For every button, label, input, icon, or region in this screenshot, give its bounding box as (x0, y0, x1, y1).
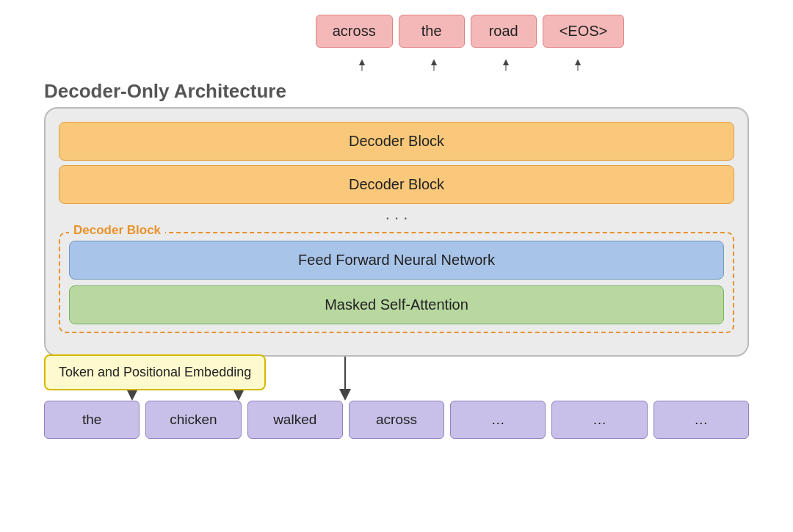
arch-title: Decoder-Only Architecture (44, 80, 286, 103)
input-tokens-row: the chicken walked across … … … (44, 401, 749, 439)
arch-box: Decoder Block Decoder Block · · · Decode… (44, 107, 749, 357)
decoder-block-bar-1: Decoder Block (59, 122, 734, 161)
diagram-container: across the road <EOS> (0, 0, 793, 532)
output-tokens-row: across the road <EOS> (316, 15, 625, 48)
arrow-up-3 (473, 55, 539, 77)
decoder-block-dashed: Decoder Block Feed Forward Neural Networ… (59, 232, 734, 333)
msa-bar: Masked Self-Attention (69, 285, 724, 324)
arrow-up-2 (401, 55, 467, 77)
input-token-dots3: … (653, 401, 749, 439)
output-token-road: road (471, 15, 537, 48)
input-token-walked: walked (247, 401, 343, 439)
embedding-box-wrapper: Token and Positional Embedding (44, 354, 266, 390)
arrow-up-4 (545, 55, 611, 77)
arrow-up-1 (329, 55, 395, 77)
bottom-section: Token and Positional Embedding the chick… (44, 401, 749, 439)
input-token-across: across (349, 401, 444, 439)
arrows-up-container (329, 55, 611, 77)
decoder-block-dashed-label: Decoder Block (69, 223, 165, 238)
input-token-the: the (44, 401, 140, 439)
output-token-the: the (399, 15, 465, 48)
input-token-chicken: chicken (145, 401, 241, 439)
output-token-eos: <EOS> (543, 15, 625, 48)
input-token-dots1: … (450, 401, 546, 439)
output-token-across: across (316, 15, 393, 48)
ffnn-bar: Feed Forward Neural Network (69, 241, 724, 280)
embedding-box: Token and Positional Embedding (44, 354, 266, 390)
decoder-block-bar-2: Decoder Block (59, 165, 734, 204)
input-token-dots2: … (551, 401, 647, 439)
